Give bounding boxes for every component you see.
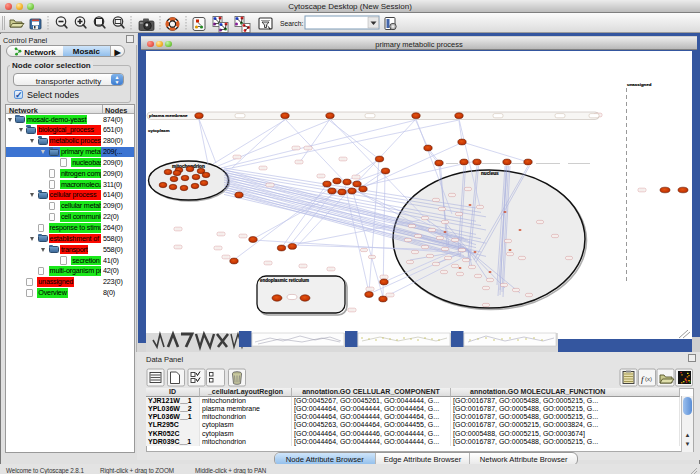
svg-text:(x): (x)	[645, 376, 652, 382]
svg-text:cytoplasm: cytoplasm	[148, 128, 170, 133]
svg-text:nucleus: nucleus	[481, 171, 499, 176]
svg-text:Search:: Search:	[280, 20, 304, 27]
svg-text:unassigned: unassigned	[627, 82, 652, 87]
svg-text:endoplasmic reticulum: endoplasmic reticulum	[260, 278, 309, 283]
svg-text:plasma membrane: plasma membrane	[149, 113, 188, 118]
